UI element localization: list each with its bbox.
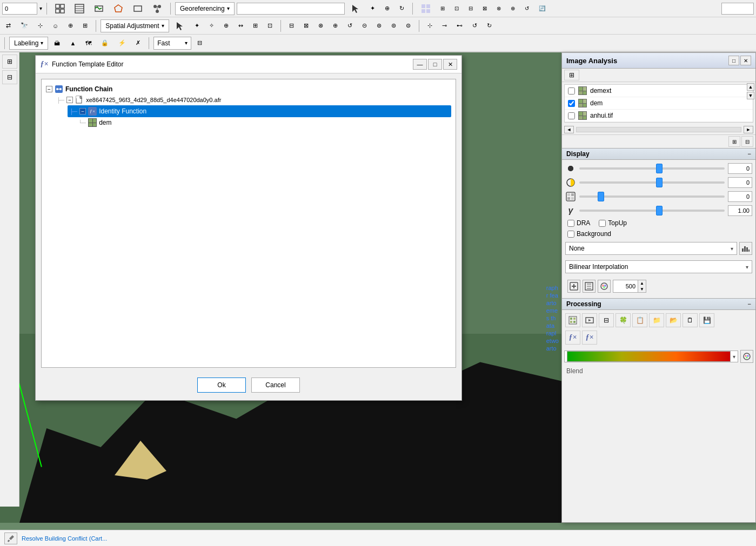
toolbar-btn-t7[interactable]: ↺ <box>521 4 533 13</box>
spatial-tool-6[interactable]: ⊡ <box>264 21 276 31</box>
proc-icon-3[interactable]: ⊟ <box>599 313 614 327</box>
spatial-tool-r5[interactable]: ↻ <box>483 21 496 31</box>
interpolation-dropdown[interactable]: Bilinear Interpolation ▾ <box>565 260 752 273</box>
circle-plus-btn[interactable]: ⊕ <box>64 21 77 31</box>
topup-checkbox[interactable] <box>599 220 606 227</box>
toolbar-btn-5[interactable] <box>129 2 146 15</box>
layer-checkbox-demext[interactable] <box>568 87 575 95</box>
spatial-tool-r3[interactable]: ⊷ <box>453 21 466 31</box>
proc-fx-1[interactable]: ƒ× <box>565 331 580 345</box>
dialog-minimize-btn[interactable]: — <box>413 59 427 70</box>
proc-icon-1[interactable] <box>565 313 580 327</box>
spatial-tool-3[interactable]: ⊕ <box>220 21 232 31</box>
status-tool-icon[interactable] <box>4 532 17 544</box>
toolbar-btn-t5[interactable]: ⊗ <box>493 4 505 13</box>
spatial-tool-8[interactable]: ⊠ <box>300 21 312 31</box>
proc-icon-6[interactable]: 📁 <box>649 313 664 327</box>
histogram-btn[interactable] <box>739 242 752 255</box>
tree-expand-root[interactable]: − <box>46 86 52 92</box>
proc-icon-2[interactable] <box>582 313 597 327</box>
resolution-input[interactable] <box>613 280 638 292</box>
node-edit-btn[interactable]: ⊹ <box>34 21 46 31</box>
proc-icon-4[interactable]: 🍀 <box>615 313 631 327</box>
toolbar-btn-rotate[interactable]: ↻ <box>396 3 408 14</box>
spin-up-btn[interactable]: ▲ <box>638 280 646 286</box>
spatial-tool-12[interactable]: ⊝ <box>358 21 371 31</box>
spatial-tool-r2[interactable]: ⊸ <box>438 21 451 31</box>
tree-expand-2[interactable]: − <box>79 108 86 114</box>
tree-container[interactable]: − Function Chain ├─ − <box>41 79 456 368</box>
spatial-tool-15[interactable]: ⊜ <box>402 21 414 31</box>
toolbar-btn-cursor[interactable] <box>347 2 364 15</box>
stretch-btn-1[interactable]: ⊞ <box>728 136 740 147</box>
toolbar-btn-t1[interactable]: ⊞ <box>437 4 449 13</box>
brightness-slider[interactable] <box>579 167 725 170</box>
contrast-slider[interactable] <box>579 181 725 184</box>
proc-icon-9[interactable]: 💾 <box>699 313 714 327</box>
add-btn[interactable]: ⊞ <box>79 21 91 31</box>
panel-toolbar-btn-1[interactable]: ⊞ <box>564 70 579 80</box>
proc-icon-8[interactable]: 🗒 <box>683 313 698 327</box>
spatial-tool-14[interactable]: ⊚ <box>387 21 400 31</box>
fast-dropdown[interactable]: Fast ▾ <box>153 37 191 50</box>
panel-close-btn[interactable]: ✕ <box>740 56 751 65</box>
toolbar-btn-4[interactable] <box>110 2 127 15</box>
layer-checkbox-dem[interactable] <box>568 100 575 107</box>
tree-expand-1[interactable]: − <box>66 97 73 103</box>
panel-minimize-btn[interactable]: □ <box>728 56 739 65</box>
layer-checkbox-anhui[interactable] <box>568 112 575 119</box>
spatial-tool-7[interactable]: ⊟ <box>285 21 298 31</box>
display-collapse-btn[interactable]: − <box>748 151 751 157</box>
label-icon-6[interactable]: ✗ <box>132 38 144 48</box>
add-layer-btn[interactable] <box>567 280 580 293</box>
spatial-tool-4[interactable]: ↭ <box>235 21 247 31</box>
zoom-dropdown-arrow[interactable]: ▾ <box>39 5 42 11</box>
layer-scroll-up[interactable]: ▲ <box>747 83 754 91</box>
coordinate-input[interactable] <box>237 3 345 15</box>
toolbar-btn-t2[interactable]: ⊡ <box>451 4 463 13</box>
toolbar-btn-t8[interactable]: 🔄 <box>535 4 549 13</box>
tree-node-2[interactable]: ├─ − ƒ× Identity Function <box>68 105 451 117</box>
pan-left-btn[interactable]: ⇄ <box>2 21 15 31</box>
spatial-tool-2[interactable]: ✧ <box>205 21 218 31</box>
toolbar-btn-move[interactable]: ⊕ <box>381 3 393 14</box>
dialog-close-btn[interactable]: ✕ <box>443 59 457 70</box>
map-tool-2[interactable]: ⊟ <box>2 70 17 84</box>
toolbar-btn-6[interactable] <box>149 2 166 15</box>
tree-node-1[interactable]: ├─ − xe8647425_96f3_4d29_88d5_d4e447020d… <box>57 95 451 105</box>
toolbar-btn-3[interactable] <box>90 2 108 15</box>
tree-root[interactable]: − Function Chain <box>46 84 451 95</box>
color-icon-btn[interactable] <box>598 280 611 293</box>
dra-checkbox[interactable] <box>567 220 574 227</box>
toolbar-btn-t3[interactable]: ⊟ <box>465 4 477 13</box>
processing-collapse-btn[interactable]: − <box>748 301 751 307</box>
status-item-resolve[interactable]: Resolve Building Conflict (Cart... <box>22 535 107 542</box>
toolbar-btn-t6[interactable]: ⊕ <box>507 4 519 13</box>
spatial-tool-5[interactable]: ⊞ <box>249 21 262 31</box>
gamma-slider[interactable] <box>579 210 725 212</box>
toolbar-btn-t4[interactable]: ⊠ <box>479 4 491 13</box>
proc-icon-7[interactable]: 📂 <box>666 313 681 327</box>
color-ramp-dropdown[interactable]: ▾ <box>564 350 738 362</box>
toolbar-btn-2[interactable] <box>71 2 88 15</box>
fast-settings-btn[interactable]: ⊟ <box>193 38 206 48</box>
spatial-tool-9[interactable]: ⊗ <box>315 21 327 31</box>
transparency-slider[interactable] <box>579 196 725 198</box>
spatial-tool-r1[interactable]: ⊹ <box>424 21 436 31</box>
spatial-adj-dropdown[interactable]: Spatial Adjustment ▾ <box>101 19 169 32</box>
spatial-tool-11[interactable]: ↺ <box>344 21 356 31</box>
zoom-input[interactable] <box>2 3 37 15</box>
toolbar-btn-link[interactable]: ✦ <box>366 3 379 14</box>
spatial-tool-13[interactable]: ⊛ <box>373 21 385 31</box>
select-cursor-btn[interactable] <box>171 19 189 32</box>
layer-hscrollbar[interactable] <box>576 127 741 132</box>
label-icon-3[interactable]: 🗺 <box>82 38 95 48</box>
spin-down-btn[interactable]: ▼ <box>638 286 646 292</box>
binoculars-btn[interactable]: 🔭 <box>17 21 32 31</box>
color-ramp-settings-btn[interactable] <box>740 350 753 363</box>
stretch-icon-btn[interactable] <box>583 280 596 293</box>
spatial-tool-10[interactable]: ⊕ <box>329 21 342 31</box>
toolbar-btn-1[interactable] <box>51 2 69 15</box>
labeling-dropdown[interactable]: Labeling ▾ <box>9 37 48 50</box>
label-icon-2[interactable]: ▲ <box>66 38 79 48</box>
